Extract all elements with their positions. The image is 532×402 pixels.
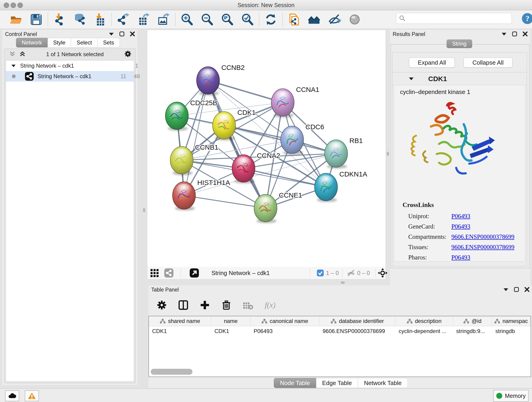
- control-panel-close-icon[interactable]: [130, 31, 135, 38]
- node-CCNE1[interactable]: CCNE1: [254, 191, 302, 223]
- import-network-button[interactable]: [50, 12, 70, 27]
- column-header-namespac[interactable]: namespac: [492, 316, 530, 326]
- show-hidden-button[interactable]: [345, 12, 365, 27]
- column-header-shared-name[interactable]: shared name: [149, 316, 211, 326]
- node-CDKN1A[interactable]: CDKN1A: [315, 170, 367, 202]
- help-button[interactable]: ?: [521, 13, 532, 26]
- node-HIST1H1A[interactable]: HIST1H1A: [172, 179, 230, 211]
- cloud-status-button[interactable]: [5, 390, 19, 401]
- column-header-canonical-name[interactable]: canonical name: [250, 316, 319, 326]
- results-panel-close-icon[interactable]: [522, 31, 528, 38]
- search-box[interactable]: [396, 13, 512, 24]
- zoom-in-button[interactable]: [177, 12, 197, 27]
- collection-expand-icon[interactable]: [11, 64, 16, 68]
- network-canvas[interactable]: CCNB2 CCNA1 CDC25B: [147, 30, 386, 267]
- tab-network-table[interactable]: Network Table: [358, 378, 408, 388]
- node-CDC6[interactable]: CDC6: [281, 123, 324, 155]
- zoom-out-button[interactable]: [197, 12, 217, 27]
- help-icon: ?: [521, 13, 532, 25]
- node-CDC25B[interactable]: CDC25B: [165, 99, 217, 131]
- column-header-database-identifier[interactable]: database identifier: [319, 316, 395, 326]
- home-button[interactable]: [304, 12, 324, 27]
- node-entry-header[interactable]: CDK1: [393, 72, 527, 85]
- results-panel-menu-icon[interactable]: [501, 32, 507, 37]
- crosslink-link[interactable]: P06493: [451, 223, 470, 230]
- import-table-button[interactable]: [90, 12, 110, 27]
- add-button[interactable]: [197, 298, 212, 313]
- collapse-all-button[interactable]: Collapse All: [463, 57, 513, 68]
- cell-namespac[interactable]: stringdb: [492, 326, 530, 336]
- import-database-button[interactable]: [70, 12, 90, 27]
- network-collection-row[interactable]: String Network – cdk1 1: [6, 61, 134, 71]
- cell-name[interactable]: CDK1: [211, 326, 250, 336]
- table-panel-menu-icon[interactable]: [503, 287, 509, 293]
- scrollbar-thumb[interactable]: [151, 369, 192, 375]
- tab-node-table[interactable]: Node Table: [274, 378, 316, 388]
- open-session-button[interactable]: [6, 12, 26, 27]
- hide-selected-button[interactable]: [324, 12, 345, 27]
- control-panel-menu-icon[interactable]: [109, 32, 114, 37]
- zoom-selected-button[interactable]: [237, 12, 258, 27]
- results-panel-float-icon[interactable]: [512, 31, 517, 38]
- export-network-button[interactable]: [113, 12, 133, 27]
- tab-style[interactable]: Style: [48, 38, 71, 47]
- trash-button[interactable]: [219, 298, 234, 313]
- grid-view-icon[interactable]: [150, 267, 160, 279]
- network-options-gear-icon[interactable]: [124, 50, 132, 59]
- expand-all-networks-icon[interactable]: [19, 51, 26, 58]
- collapse-all-networks-icon[interactable]: [9, 51, 16, 58]
- node-RB1[interactable]: RB1: [325, 137, 363, 169]
- search-input[interactable]: [406, 13, 512, 23]
- open-in-window-icon[interactable]: [189, 267, 199, 279]
- node-table-row[interactable]: CDK1CDK1P064939606.ENSP00000378699cyclin…: [149, 326, 531, 336]
- crosslink-link[interactable]: 9606.ENSP00000378699: [451, 233, 514, 240]
- save-session-button[interactable]: [26, 12, 46, 27]
- selected-checkbox-icon[interactable]: [317, 267, 324, 279]
- gear-button[interactable]: [154, 298, 169, 313]
- warnings-button[interactable]: [25, 390, 39, 401]
- node-CCNA1[interactable]: CCNA1: [271, 86, 319, 118]
- zoom-fit-button[interactable]: [217, 12, 237, 27]
- node-results-box: CDK1 cyclin–dependent kinase 1: [392, 72, 527, 266]
- left-splitter-handle[interactable]: [143, 208, 145, 212]
- columns-button[interactable]: [176, 298, 191, 313]
- results-tab-string[interactable]: String: [447, 39, 472, 48]
- export-table-button[interactable]: [133, 12, 153, 27]
- refresh-button[interactable]: [261, 12, 281, 27]
- table-panel-float-icon[interactable]: [514, 287, 519, 293]
- table-horizontal-scrollbar[interactable]: [150, 369, 528, 375]
- birds-eye-toggle-icon[interactable]: [377, 267, 388, 279]
- tab-sets[interactable]: Sets: [98, 38, 120, 47]
- bottom-splitter-handle[interactable]: [341, 281, 345, 284]
- control-panel-float-icon[interactable]: [119, 31, 125, 38]
- network-row-selected[interactable]: String Network – cdk1 11 48: [6, 71, 134, 82]
- crosslink-link[interactable]: P06493: [451, 254, 470, 261]
- crosslink-link[interactable]: P06493: [451, 213, 470, 220]
- cell-@id[interactable]: stringdb:9...: [453, 326, 492, 336]
- cell-description[interactable]: cyclin-dependent ...: [395, 326, 453, 336]
- column-header-name[interactable]: name: [211, 316, 250, 326]
- crosslink-link[interactable]: 9606.ENSP00000378699: [451, 244, 514, 251]
- tab-select[interactable]: Select: [71, 38, 98, 47]
- column-header-@id[interactable]: @id: [453, 316, 492, 326]
- entry-collapse-icon[interactable]: [409, 77, 414, 81]
- node-CDK1[interactable]: CDK1: [213, 109, 256, 140]
- node-entry-body: cyclin–dependent kinase 1: [394, 85, 525, 262]
- memory-button[interactable]: Memory: [493, 390, 529, 402]
- column-header-description[interactable]: description: [395, 316, 453, 326]
- right-splitter-handle[interactable]: [387, 152, 389, 156]
- table-panel-close-icon[interactable]: [524, 287, 530, 293]
- export-image-button[interactable]: [153, 12, 174, 27]
- node-CCNB2[interactable]: CCNB2: [196, 64, 245, 96]
- tab-network[interactable]: Network: [16, 38, 48, 47]
- cell-canonical-name[interactable]: P06493: [250, 326, 319, 336]
- node-CCNA2[interactable]: CCNA2: [232, 152, 280, 184]
- cell-database-identifier[interactable]: 9606.ENSP00000378699: [319, 326, 395, 336]
- cell-shared-name[interactable]: CDK1: [149, 326, 211, 336]
- string-style-icon[interactable]: [164, 267, 174, 279]
- expand-collapse-box: Expand All Collapse All: [392, 52, 527, 72]
- clone-network-button[interactable]: [284, 12, 304, 27]
- tab-edge-table[interactable]: Edge Table: [316, 378, 358, 388]
- expand-all-button[interactable]: Expand All: [409, 57, 455, 68]
- node-table[interactable]: shared namenamecanonical namedatabase id…: [148, 316, 531, 377]
